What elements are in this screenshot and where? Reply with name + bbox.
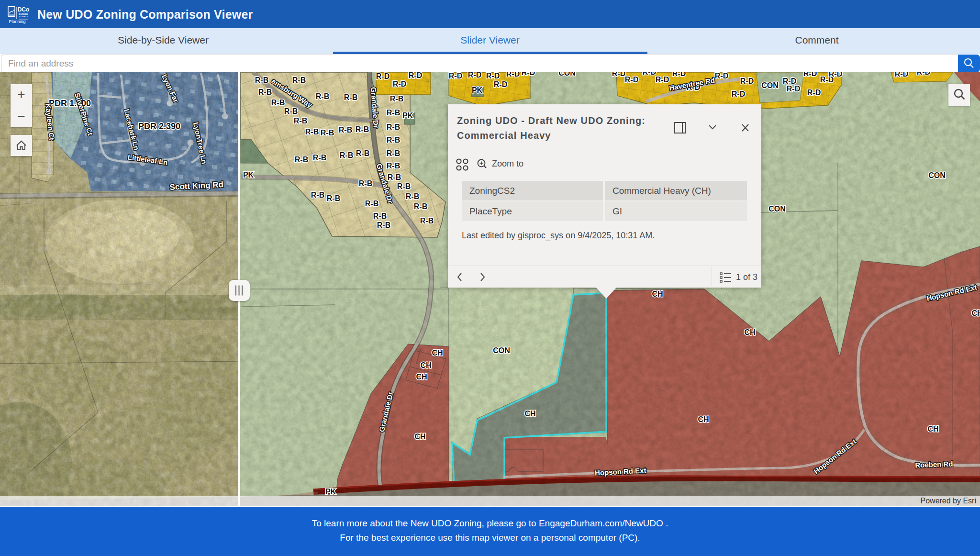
svg-text:R-B: R-B: [258, 88, 272, 96]
svg-text:R-B: R-B: [316, 92, 329, 100]
svg-text:R-D: R-D: [506, 72, 520, 78]
svg-text:PK: PK: [402, 111, 413, 120]
svg-text:R-B: R-B: [365, 200, 379, 208]
svg-text:R-B: R-B: [388, 173, 401, 181]
svg-text:R-B: R-B: [390, 95, 403, 103]
svg-text:R-D: R-D: [409, 72, 422, 79]
svg-text:COUNTY: COUNTY: [19, 15, 28, 18]
svg-text:CH: CH: [698, 415, 709, 423]
svg-text:R-B: R-B: [387, 149, 400, 157]
svg-text:R-B: R-B: [321, 129, 334, 137]
svg-text:R-D: R-D: [672, 72, 686, 78]
svg-text:R-B: R-B: [284, 107, 298, 115]
svg-text:CH: CH: [432, 349, 443, 357]
svg-text:DCo: DCo: [18, 6, 30, 13]
svg-text:CON: CON: [768, 205, 786, 213]
svg-text:CH: CH: [414, 433, 425, 441]
svg-text:CH: CH: [524, 410, 535, 418]
svg-text:R-D: R-D: [740, 77, 754, 85]
svg-text:PDR 2.390: PDR 2.390: [138, 122, 180, 131]
svg-text:R-B: R-B: [387, 162, 400, 170]
svg-text:R-D: R-D: [787, 85, 800, 93]
svg-text:CH: CH: [927, 425, 938, 433]
svg-text:R-B: R-B: [373, 212, 387, 220]
svg-text:R-B: R-B: [377, 221, 390, 229]
svg-text:R-D: R-D: [643, 72, 656, 76]
svg-text:PK: PK: [325, 488, 336, 496]
svg-text:R-B: R-B: [356, 149, 369, 157]
svg-text:CH: CH: [416, 373, 427, 381]
svg-text:R-D: R-D: [656, 76, 669, 84]
svg-text:CH: CH: [744, 328, 755, 336]
svg-text:R-B: R-B: [387, 109, 400, 117]
svg-text:R-D: R-D: [715, 72, 728, 80]
svg-text:CH: CH: [652, 290, 663, 298]
svg-text:R-D: R-D: [895, 72, 908, 78]
svg-text:PK: PK: [472, 86, 483, 94]
svg-text:R-B: R-B: [313, 154, 326, 162]
svg-text:R-D: R-D: [732, 90, 745, 98]
svg-text:R-D: R-D: [376, 72, 390, 80]
svg-text:Roeben Rd: Roeben Rd: [915, 460, 953, 469]
svg-text:R-B: R-B: [292, 76, 306, 84]
svg-text:R-D: R-D: [393, 80, 406, 88]
svg-text:CON: CON: [761, 81, 779, 89]
svg-text:CH: CH: [420, 361, 431, 369]
svg-text:CON: CON: [928, 171, 946, 179]
svg-text:R-D: R-D: [917, 72, 930, 76]
svg-text:R-B: R-B: [340, 151, 353, 159]
svg-text:CON: CON: [493, 346, 510, 355]
svg-text:R-D: R-D: [829, 72, 842, 78]
svg-text:R-B: R-B: [387, 123, 400, 131]
svg-text:R-B: R-B: [255, 76, 268, 84]
svg-text:R-B: R-B: [311, 191, 324, 199]
svg-text:R-B: R-B: [327, 194, 340, 202]
svg-text:R-B: R-B: [344, 93, 357, 101]
svg-text:R-D: R-D: [494, 80, 507, 89]
svg-text:R-B: R-B: [387, 136, 400, 144]
svg-text:R-B: R-B: [359, 179, 372, 188]
svg-text:Planning: Planning: [9, 19, 25, 24]
svg-text:R-D: R-D: [468, 72, 481, 79]
svg-text:R-D: R-D: [449, 72, 462, 80]
svg-text:R-B: R-B: [294, 117, 307, 125]
svg-text:R-D: R-D: [486, 72, 500, 80]
svg-text:R-B: R-B: [356, 125, 369, 133]
svg-text:CH: CH: [971, 309, 980, 317]
svg-text:R-B: R-B: [397, 182, 411, 190]
svg-text:R-B: R-B: [414, 202, 427, 211]
svg-text:R-D: R-D: [803, 72, 817, 78]
svg-text:R-B: R-B: [305, 128, 319, 136]
svg-text:R-B: R-B: [295, 156, 308, 164]
svg-text:R-B: R-B: [271, 99, 285, 107]
svg-text:R-D: R-D: [522, 72, 535, 77]
svg-text:CON: CON: [558, 72, 576, 77]
svg-text:R-D: R-D: [807, 89, 821, 97]
svg-text:R-B: R-B: [420, 217, 434, 225]
svg-text:R-D: R-D: [612, 72, 625, 78]
svg-text:R-D: R-D: [783, 77, 796, 85]
svg-text:R-D: R-D: [625, 76, 638, 84]
svg-text:PK: PK: [243, 171, 254, 179]
svg-text:R-B: R-B: [339, 126, 352, 134]
svg-text:R-B: R-B: [406, 192, 419, 200]
